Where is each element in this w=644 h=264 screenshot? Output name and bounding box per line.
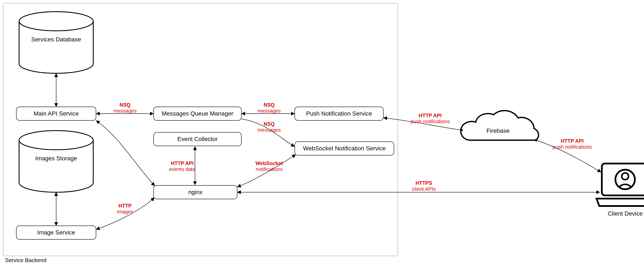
push-notification-service-node: Push Notification Service (294, 107, 384, 121)
edge-label-bold: HTTP API (419, 112, 442, 118)
edge-label-ws-nginx: WebSocket notifications (248, 160, 290, 172)
edge-label-sub: push notifications (552, 144, 592, 150)
event-collector-node: Event Collector (154, 132, 242, 146)
firebase-cloud-icon (461, 111, 538, 140)
edge-label-api-mq: NSQ messages (106, 102, 144, 114)
client-device-label: Client Device (606, 210, 644, 217)
edge-label-bold: HTTPS (416, 180, 432, 186)
edge-label-bold: NSQ (264, 121, 275, 127)
edge-label-imgsvc-nginx: HTTP images (106, 203, 144, 214)
edge-label-mq-push: NSQ messages (250, 102, 288, 114)
svg-point-4 (616, 170, 635, 189)
image-service-node: Image Service (16, 226, 96, 239)
websocket-notification-service-node: WebSocket Notification Service (294, 142, 394, 156)
node-label: Image Service (37, 229, 75, 236)
svg-point-5 (622, 173, 628, 180)
diagram-canvas: Service Backend (0, 0, 644, 264)
node-label: Push Notification Service (306, 110, 372, 117)
edge-label-bold: HTTP (118, 203, 132, 209)
edge-label-sub: events data (169, 166, 196, 172)
node-label: Event Collector (177, 136, 218, 143)
backend-container-label: Service Backend (5, 257, 46, 263)
messages-queue-manager-node: Messages Queue Manager (154, 107, 242, 121)
node-label: Main API Service (34, 110, 78, 117)
main-api-service-node: Main API Service (16, 107, 96, 121)
edge-label-nginx-client: HTTPS client APIs (403, 180, 445, 192)
edge-label-sub: messages (258, 127, 280, 133)
nginx-node: nginx (154, 185, 237, 199)
edge-label-sub: notifications (256, 166, 283, 172)
edge-label-bold: NSQ (120, 102, 130, 108)
edge-label-sub: messages (113, 108, 136, 114)
edge-label-bold: HTTP API (561, 138, 584, 144)
edge-label-sub: images (117, 209, 133, 214)
edge-label-bold: WebSocket (256, 160, 283, 166)
edge-label-firebase-client: HTTP API push notifications (544, 138, 600, 150)
edge-label-sub: push notifications (410, 118, 450, 124)
edge-label-mq-ws: NSQ messages (250, 121, 288, 133)
edge-label-bold: NSQ (264, 102, 275, 108)
edge-label-bold: HTTP API (171, 160, 194, 166)
images-storage-label: Images Storage (19, 155, 93, 162)
edge-label-ev-nginx: HTTP API events data (163, 160, 201, 172)
edge-label-push-firebase: HTTP API push notifications (403, 112, 458, 124)
edge-label-sub: client APIs (412, 186, 436, 192)
svg-rect-3 (602, 164, 644, 195)
firebase-label: Firebase (481, 127, 515, 134)
services-database-label: Services Database (19, 36, 93, 43)
node-label: Messages Queue Manager (162, 110, 233, 117)
node-label: nginx (188, 189, 202, 196)
node-label: WebSocket Notification Service (303, 145, 386, 152)
edge-label-sub: messages (258, 108, 280, 114)
client-device-icon (596, 164, 644, 206)
